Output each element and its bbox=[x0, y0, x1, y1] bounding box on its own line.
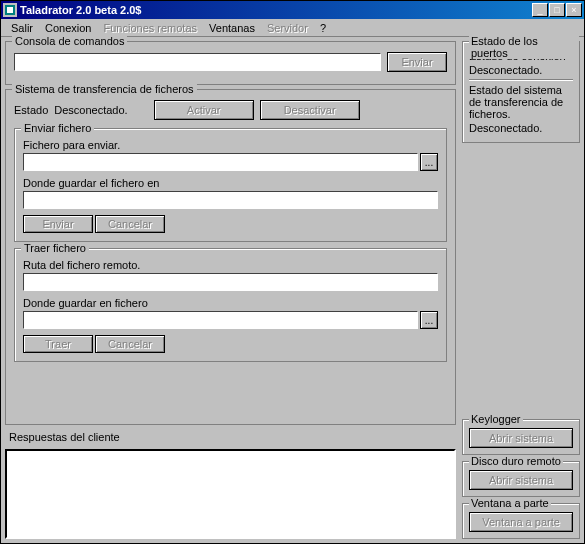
donde-guardar-enviar-label: Donde guardar el fichero en bbox=[23, 177, 438, 189]
transferencia-group: Sistema de transferencia de ficheros Est… bbox=[5, 89, 456, 425]
consola-group: Consola de comandos Enviar bbox=[5, 41, 456, 85]
consola-legend: Consola de comandos bbox=[12, 35, 127, 47]
ruta-remoto-input[interactable] bbox=[23, 273, 438, 291]
svg-rect-1 bbox=[7, 7, 13, 13]
enviar-button[interactable]: Enviar bbox=[23, 215, 93, 233]
client-area: Consola de comandos Enviar Sistema de tr… bbox=[1, 37, 584, 543]
menu-ventanas[interactable]: Ventanas bbox=[203, 20, 261, 36]
cancelar-enviar-button[interactable]: Cancelar bbox=[95, 215, 165, 233]
maximize-button[interactable]: □ bbox=[549, 3, 565, 17]
menu-servidor[interactable]: Servidor bbox=[261, 20, 314, 36]
disco-abrir-button[interactable]: Abrir sistema bbox=[469, 470, 573, 490]
app-icon bbox=[3, 3, 17, 17]
traer-fichero-group: Traer fichero Ruta del fichero remoto. D… bbox=[14, 248, 447, 362]
estado-puertos-legend: Estado de los puertos bbox=[469, 35, 579, 59]
traer-button[interactable]: Traer bbox=[23, 335, 93, 353]
ventana-legend: Ventana a parte bbox=[469, 497, 551, 509]
cancelar-traer-button[interactable]: Cancelar bbox=[95, 335, 165, 353]
donde-guardar-traer-input[interactable] bbox=[23, 311, 418, 329]
left-column: Consola de comandos Enviar Sistema de tr… bbox=[5, 41, 456, 539]
menu-funciones[interactable]: Funciones remotas bbox=[98, 20, 204, 36]
keylogger-group: Keylogger Abrir sistema bbox=[462, 419, 580, 455]
estado-sistema-label: Estado del sistema de transferencia de f… bbox=[469, 84, 573, 120]
spacer bbox=[462, 149, 580, 413]
titlebar: Taladrator 2.0 beta 2.0$ _ □ × bbox=[1, 1, 584, 19]
close-button[interactable]: × bbox=[566, 3, 582, 17]
main-window: Taladrator 2.0 beta 2.0$ _ □ × Salir Con… bbox=[0, 0, 585, 544]
disco-legend: Disco duro remoto bbox=[469, 455, 563, 467]
transferencia-legend: Sistema de transferencia de ficheros bbox=[12, 83, 197, 95]
window-title: Taladrator 2.0 beta 2.0$ bbox=[20, 4, 532, 16]
estado-puertos-group: Estado de los puertos Estado de conexion… bbox=[462, 41, 580, 143]
consola-enviar-button[interactable]: Enviar bbox=[387, 52, 447, 72]
ventana-abrir-button[interactable]: Ventana a parte bbox=[469, 512, 573, 532]
browse-traer-button[interactable]: ... bbox=[420, 311, 438, 329]
traer-fichero-legend: Traer fichero bbox=[21, 242, 89, 254]
estado-conexion-value: Desconectado. bbox=[469, 64, 573, 76]
menu-conexion[interactable]: Conexion bbox=[39, 20, 97, 36]
donde-guardar-enviar-input[interactable] bbox=[23, 191, 438, 209]
keylogger-abrir-button[interactable]: Abrir sistema bbox=[469, 428, 573, 448]
respuestas-label: Respuestas del cliente bbox=[5, 429, 456, 445]
estado-value: Desconectado. bbox=[54, 104, 127, 116]
estado-label: Estado bbox=[14, 104, 48, 116]
desactivar-button[interactable]: Desactivar bbox=[260, 100, 360, 120]
keylogger-legend: Keylogger bbox=[469, 413, 523, 425]
ventana-group: Ventana a parte Ventana a parte bbox=[462, 503, 580, 539]
donde-guardar-traer-label: Donde guardar en fichero bbox=[23, 297, 438, 309]
divider bbox=[469, 79, 573, 81]
right-column: Estado de los puertos Estado de conexion… bbox=[462, 41, 580, 539]
ruta-remoto-label: Ruta del fichero remoto. bbox=[23, 259, 438, 271]
disco-group: Disco duro remoto Abrir sistema bbox=[462, 461, 580, 497]
estado-sistema-value: Desconectado. bbox=[469, 122, 573, 134]
fichero-para-enviar-label: Fichero para enviar. bbox=[23, 139, 438, 151]
enviar-fichero-group: Enviar fichero Fichero para enviar. ... … bbox=[14, 128, 447, 242]
menu-help[interactable]: ? bbox=[314, 20, 332, 36]
enviar-fichero-legend: Enviar fichero bbox=[21, 122, 94, 134]
consola-input[interactable] bbox=[14, 53, 381, 71]
menu-salir[interactable]: Salir bbox=[5, 20, 39, 36]
respuestas-textarea[interactable] bbox=[5, 449, 456, 539]
minimize-button[interactable]: _ bbox=[532, 3, 548, 17]
window-controls: _ □ × bbox=[532, 3, 582, 17]
activar-button[interactable]: Activar bbox=[154, 100, 254, 120]
fichero-enviar-input[interactable] bbox=[23, 153, 418, 171]
browse-enviar-button[interactable]: ... bbox=[420, 153, 438, 171]
